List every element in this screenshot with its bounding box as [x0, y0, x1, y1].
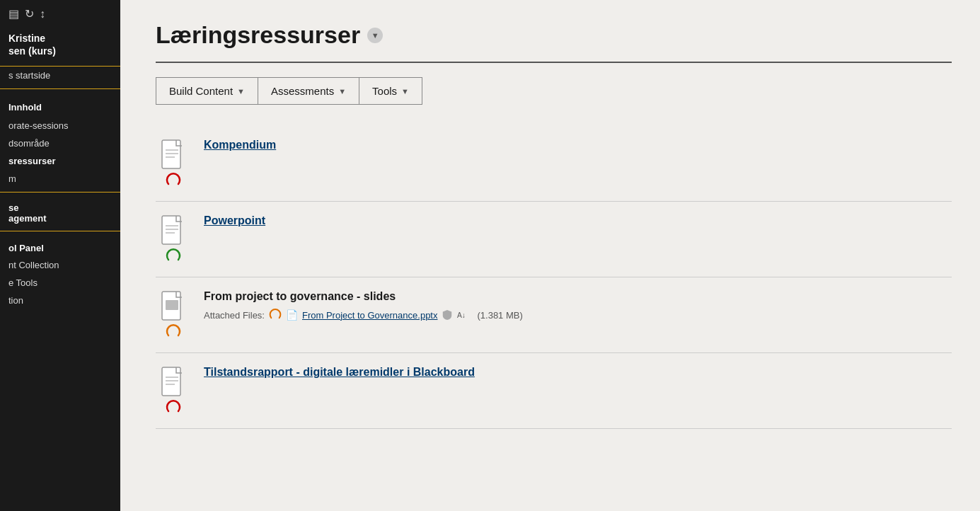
svg-rect-9 — [166, 300, 178, 310]
svg-text:A↓: A↓ — [457, 311, 466, 319]
item-body-governance: From project to governance - slides Atta… — [204, 290, 952, 321]
innhold-label: Innhold — [0, 93, 120, 117]
folder-icon[interactable]: ▤ — [8, 7, 19, 21]
tools-button[interactable]: Tools ▼ — [359, 77, 422, 105]
sidebar-top-icons: ▤ ↻ ↕ — [0, 0, 120, 26]
list-item: Powerpoint — [156, 202, 952, 277]
sidebar-item-tools[interactable]: e Tools — [0, 274, 120, 292]
list-item: Tilstandsrapport - digitale læremidler i… — [156, 353, 952, 429]
item-icon-tilstand — [156, 366, 191, 415]
file-size: (1.381 MB) — [477, 310, 522, 321]
title-divider — [156, 62, 952, 63]
divider-1 — [0, 88, 120, 89]
user-name-line2: sen (kurs) — [8, 45, 112, 57]
svg-rect-4 — [162, 216, 180, 244]
tools-label: Tools — [372, 85, 397, 97]
sidebar-item-orate[interactable]: orate-sessions — [0, 117, 120, 134]
item-icon-powerpoint — [156, 214, 191, 264]
document-icon — [161, 214, 186, 246]
status-icon-green — [166, 248, 181, 264]
powerpoint-link[interactable]: Powerpoint — [204, 214, 265, 226]
sidebar-startside[interactable]: s startside — [0, 67, 120, 84]
build-content-chevron: ▼ — [237, 87, 245, 96]
sidebar-user: Kristine sen (kurs) — [0, 26, 120, 67]
kompendium-link[interactable]: Kompendium — [204, 139, 276, 151]
document-icon — [161, 366, 186, 397]
main-content: Læringsressurser ▼ Build Content ▼ Asses… — [120, 0, 980, 511]
tools-chevron: ▼ — [401, 87, 409, 96]
page-title: Læringsressurser — [156, 21, 360, 49]
build-content-label: Build Content — [169, 85, 233, 97]
status-icon-red-2 — [166, 400, 181, 415]
upload-icon[interactable]: ↕ — [40, 8, 45, 21]
item-body-tilstand: Tilstandsrapport - digitale læremidler i… — [204, 366, 952, 379]
assessments-button[interactable]: Assessments ▼ — [258, 77, 359, 105]
governance-title: From project to governance - slides — [204, 290, 952, 303]
file-link[interactable]: From Project to Governance.pptx — [302, 310, 437, 321]
assessments-label: Assessments — [271, 85, 334, 97]
sidebar-item-collection[interactable]: nt Collection — [0, 256, 120, 274]
item-icon-kompendium — [156, 139, 191, 188]
sidebar-item-ressurser[interactable]: sressurser — [0, 152, 120, 170]
title-dropdown-icon[interactable]: ▼ — [367, 28, 383, 43]
status-icon-red — [166, 173, 181, 188]
user-name-line1: Kristine — [8, 32, 112, 45]
document-icon — [161, 139, 186, 170]
svg-rect-0 — [162, 140, 180, 168]
av-scan-icon: A↓ — [457, 309, 473, 321]
sidebar-item-m[interactable]: m — [0, 170, 120, 188]
file-page-icon: 📄 — [286, 309, 298, 321]
item-body-powerpoint: Powerpoint — [204, 214, 952, 227]
document-icon — [161, 290, 186, 321]
attached-label: Attached Files: — [204, 310, 265, 321]
divider-3 — [0, 231, 120, 231]
svg-rect-11 — [162, 367, 180, 396]
sidebar: ▤ ↻ ↕ Kristine sen (kurs) s startside In… — [0, 0, 120, 511]
attached-files-row: Attached Files: 📄 From Project to Govern… — [204, 309, 952, 321]
list-item: From project to governance - slides Atta… — [156, 277, 952, 353]
build-content-button[interactable]: Build Content ▼ — [156, 77, 258, 105]
item-icon-governance — [156, 290, 191, 340]
item-body-kompendium: Kompendium — [204, 139, 952, 151]
assessments-chevron: ▼ — [338, 87, 346, 96]
attachment-spinner-icon — [269, 309, 282, 321]
toolbar: Build Content ▼ Assessments ▼ Tools ▼ — [156, 77, 952, 105]
management-label: seagement — [0, 197, 120, 226]
refresh-icon[interactable]: ↻ — [25, 7, 34, 21]
sidebar-item-dsomrade[interactable]: dsområde — [0, 134, 120, 152]
tool-panel-label: ol Panel — [0, 236, 120, 256]
list-item: Kompendium — [156, 126, 952, 202]
sidebar-item-tion[interactable]: tion — [0, 292, 120, 309]
page-title-row: Læringsressurser ▼ — [156, 21, 952, 49]
tilstand-link[interactable]: Tilstandsrapport - digitale læremidler i… — [204, 366, 475, 378]
status-icon-orange — [166, 324, 181, 340]
divider-2 — [0, 192, 120, 193]
shield-icon — [442, 309, 453, 321]
